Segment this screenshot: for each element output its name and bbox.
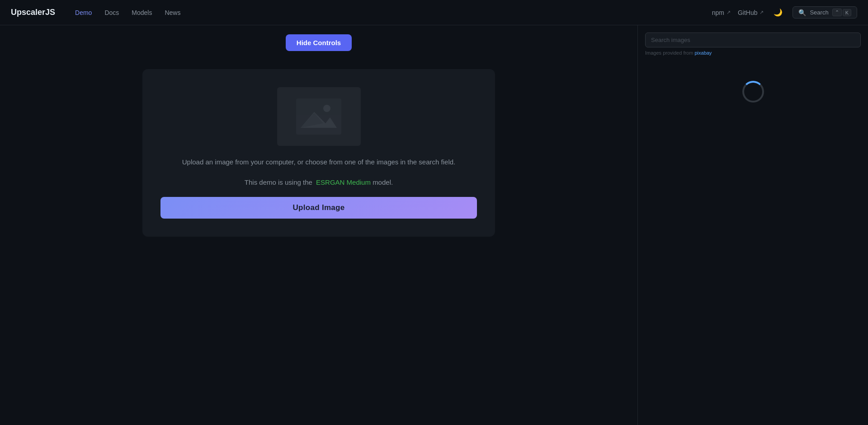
github-label: GitHub — [738, 9, 758, 16]
search-bar-text: Search — [810, 9, 828, 16]
search-images-input[interactable] — [645, 33, 861, 47]
header: UpscalerJS Demo Docs Models News npm ↗ G… — [0, 0, 868, 25]
search-shortcut: ⌃ K — [832, 9, 851, 16]
placeholder-image-icon — [296, 94, 341, 139]
nav-item-models[interactable]: Models — [126, 6, 157, 19]
github-link[interactable]: GitHub ↗ — [738, 9, 764, 16]
external-icon-github: ↗ — [760, 9, 764, 15]
pixabay-link[interactable]: pixabay — [694, 50, 712, 56]
search-bar[interactable]: 🔍 Search ⌃ K — [793, 6, 857, 19]
main-wrapper: Hide Controls Upload an image from your … — [0, 25, 868, 425]
upload-panel: Upload an image from your computer, or c… — [142, 69, 495, 237]
center-content: Hide Controls Upload an image from your … — [0, 25, 637, 425]
model-info: This demo is using the ESRGAN Medium mod… — [245, 178, 393, 186]
nav-item-demo[interactable]: Demo — [70, 6, 97, 19]
logo: UpscalerJS — [11, 8, 55, 17]
pixabay-credit: Images provided from pixabay — [645, 50, 861, 56]
upload-description: Upload an image from your computer, or c… — [182, 157, 455, 168]
shortcut-k-key: K — [843, 9, 851, 16]
model-prefix: This demo is using the — [245, 178, 312, 186]
theme-toggle-button[interactable]: 🌙 — [771, 5, 785, 20]
model-suffix: model. — [373, 178, 393, 186]
nav-item-docs[interactable]: Docs — [99, 6, 124, 19]
search-icon: 🔍 — [798, 9, 806, 16]
upload-image-button[interactable]: Upload Image — [160, 197, 477, 219]
svg-point-1 — [323, 105, 330, 112]
credit-prefix: Images provided from — [645, 50, 693, 56]
shortcut-ctrl-key: ⌃ — [832, 9, 842, 16]
model-link[interactable]: ESRGAN Medium — [316, 178, 371, 186]
nav: Demo Docs Models News — [70, 6, 712, 19]
loading-spinner — [742, 81, 764, 103]
spinner-container — [645, 63, 861, 121]
npm-label: npm — [712, 9, 724, 16]
header-right: npm ↗ GitHub ↗ 🌙 🔍 Search ⌃ K — [712, 5, 857, 20]
image-preview-placeholder — [277, 87, 361, 146]
npm-link[interactable]: npm ↗ — [712, 9, 731, 16]
hide-controls-button[interactable]: Hide Controls — [286, 34, 352, 51]
external-icon-npm: ↗ — [726, 9, 731, 15]
right-sidebar: Images provided from pixabay — [637, 25, 868, 425]
nav-item-news[interactable]: News — [159, 6, 186, 19]
